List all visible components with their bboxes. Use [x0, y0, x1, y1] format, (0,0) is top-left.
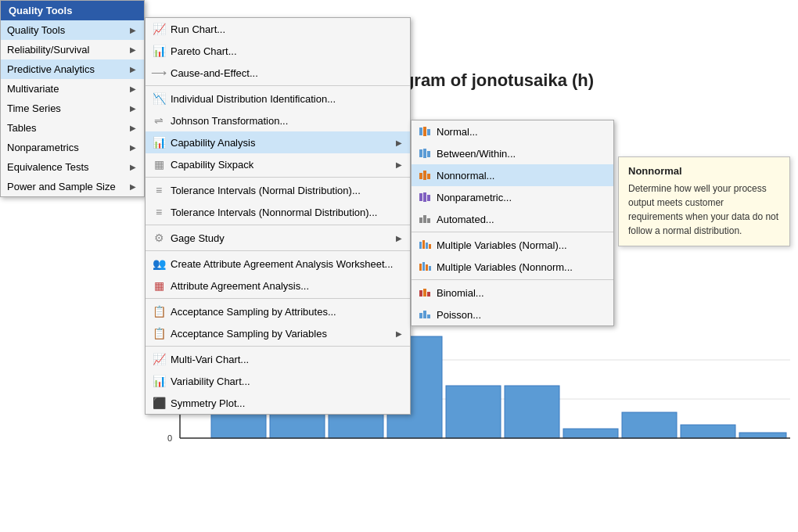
menu-item-cause-effect[interactable]: ⟶ Cause-and-Effect... [146, 62, 410, 84]
menu-item-nonparametrics[interactable]: Nonparametrics ▶ [1, 138, 144, 157]
tooltip-text: Determine how well your process output m… [628, 182, 780, 238]
svg-rect-48 [423, 311, 426, 318]
menu-item-cap-multi-normal[interactable]: Multiple Variables (Normal)... [412, 234, 613, 256]
menu-item-tables[interactable]: Tables ▶ [1, 118, 144, 138]
menu-item-reliability[interactable]: Reliability/Survival ▶ [1, 40, 144, 59]
cap-multi-nonnormal-icon [418, 260, 432, 274]
menu-item-multivariate[interactable]: Multivariate ▶ [1, 79, 144, 99]
svg-rect-36 [419, 242, 422, 249]
svg-rect-38 [426, 243, 428, 249]
divider-6 [146, 346, 410, 347]
divider-2 [146, 177, 410, 178]
menu-item-cap-between-within[interactable]: Between/Within... [412, 142, 613, 164]
attr-agreement-worksheet-icon: 👥 [152, 257, 166, 271]
cap-poisson-icon [418, 307, 432, 322]
svg-rect-33 [419, 217, 422, 223]
svg-rect-47 [419, 313, 422, 318]
menu-item-gage-study[interactable]: ⚙ Gage Study ▶ [146, 227, 410, 249]
individual-dist-icon: 📉 [152, 92, 166, 106]
svg-rect-31 [423, 192, 426, 202]
tolerance-nonnormal-icon: ≡ [152, 205, 166, 219]
menu-item-quality-tools[interactable]: Quality Tools ▶ [1, 20, 144, 40]
divider-l3-2 [412, 279, 613, 280]
menu-item-variability-chart[interactable]: 📊 Variability Chart... [146, 370, 410, 392]
menu-item-cap-binomial[interactable]: Binomial... [412, 282, 613, 304]
menu-item-attr-agreement-worksheet[interactable]: 👥 Create Attribute Agreement Analysis Wo… [146, 253, 410, 275]
svg-rect-25 [423, 149, 426, 158]
svg-rect-13 [739, 433, 786, 438]
menu-item-tolerance-nonnormal[interactable]: ≡ Tolerance Intervals (Nonnormal Distrib… [146, 201, 410, 223]
svg-rect-9 [505, 386, 559, 438]
menu-item-symmetry-plot[interactable]: ⬛ Symmetry Plot... [146, 392, 410, 414]
menu-l1-header: Quality Tools [1, 1, 144, 20]
svg-rect-46 [427, 292, 430, 297]
menu-item-run-chart[interactable]: 📈 Run Chart... [146, 18, 410, 40]
tooltip-box: Nonnormal Determine how well your proces… [618, 156, 790, 246]
cap-multi-normal-icon [418, 238, 432, 252]
svg-rect-21 [419, 128, 422, 135]
svg-rect-30 [419, 193, 422, 201]
divider-1 [146, 85, 410, 86]
tolerance-normal-icon: ≡ [152, 183, 166, 197]
capability-analysis-icon: 📊 [152, 135, 166, 149]
svg-rect-45 [423, 289, 426, 297]
variability-chart-icon: 📊 [152, 374, 166, 388]
menu-item-cap-multi-nonnormal[interactable]: Multiple Variables (Nonnorm... [412, 256, 613, 278]
menu-item-cap-automated[interactable]: Automated... [412, 208, 613, 230]
menu-level2: 📈 Run Chart... 📊 Pareto Chart... ⟶ Cause… [145, 17, 411, 415]
menu-level3: Normal... Between/Within... Nonnormal...… [411, 120, 614, 326]
menu-item-multi-vari[interactable]: 📈 Multi-Vari Chart... [146, 348, 410, 370]
menu-item-cap-nonnormal[interactable]: Nonnormal... [412, 164, 613, 186]
menu-item-cap-poisson[interactable]: Poisson... [412, 304, 613, 325]
svg-rect-29 [427, 174, 430, 179]
svg-rect-43 [429, 266, 431, 271]
cause-effect-icon: ⟶ [152, 66, 166, 80]
attr-agreement-icon: ▦ [152, 279, 166, 293]
menu-item-acceptance-var[interactable]: 📋 Acceptance Sampling by Variables ▶ [146, 322, 410, 344]
svg-rect-27 [419, 173, 422, 179]
svg-rect-42 [426, 264, 428, 271]
multi-vari-icon: 📈 [152, 352, 166, 366]
svg-rect-49 [427, 315, 430, 318]
svg-text:0: 0 [167, 433, 172, 443]
menu-item-cap-nonparametric[interactable]: Nonparametric... [412, 186, 613, 208]
menu-item-tolerance-normal[interactable]: ≡ Tolerance Intervals (Normal Distributi… [146, 179, 410, 201]
svg-rect-44 [419, 290, 422, 297]
divider-5 [146, 298, 410, 299]
cap-nonparametric-icon [418, 190, 432, 204]
menu-item-capability-sixpack[interactable]: ▦ Capability Sixpack ▶ [146, 153, 410, 175]
run-chart-icon: 📈 [152, 22, 166, 36]
menu-item-time-series[interactable]: Time Series ▶ [1, 99, 144, 118]
menu-item-cap-normal[interactable]: Normal... [412, 120, 613, 142]
svg-rect-10 [563, 429, 618, 438]
menu-level1: Quality Tools Quality Tools ▶ Reliabilit… [0, 0, 145, 197]
menu-item-attr-agreement[interactable]: ▦ Attribute Agreement Analysis... [146, 275, 410, 297]
acceptance-var-icon: 📋 [152, 326, 166, 340]
menu-item-johnson-transform[interactable]: ⇌ Johnson Transformation... [146, 110, 410, 131]
menu-item-pareto-chart[interactable]: 📊 Pareto Chart... [146, 40, 410, 62]
cap-normal-icon [418, 124, 432, 138]
svg-rect-12 [681, 425, 735, 438]
symmetry-plot-icon: ⬛ [152, 396, 166, 410]
capability-sixpack-icon: ▦ [152, 157, 166, 171]
gage-study-icon: ⚙ [152, 231, 166, 245]
menu-item-power-sample[interactable]: Power and Sample Size ▶ [1, 177, 144, 196]
svg-rect-24 [419, 149, 422, 157]
svg-rect-26 [427, 151, 430, 157]
cap-between-within-icon [418, 146, 432, 160]
divider-3 [146, 225, 410, 225]
acceptance-attr-icon: 📋 [152, 304, 166, 318]
svg-rect-11 [622, 412, 677, 438]
menu-item-capability-analysis[interactable]: 📊 Capability Analysis ▶ [146, 131, 410, 153]
pareto-chart-icon: 📊 [152, 44, 166, 58]
cap-binomial-icon [418, 286, 432, 300]
menu-item-equivalence[interactable]: Equivalence Tests ▶ [1, 157, 144, 177]
svg-rect-35 [427, 218, 430, 223]
divider-l3-1 [412, 232, 613, 232]
menu-item-predictive[interactable]: Predictive Analytics ▶ [1, 59, 144, 79]
svg-rect-28 [423, 171, 426, 180]
menu-item-individual-dist[interactable]: 📉 Individual Distribution Identification… [146, 88, 410, 110]
svg-rect-39 [429, 244, 431, 249]
divider-4 [146, 250, 410, 251]
menu-item-acceptance-attr[interactable]: 📋 Acceptance Sampling by Attributes... [146, 300, 410, 322]
